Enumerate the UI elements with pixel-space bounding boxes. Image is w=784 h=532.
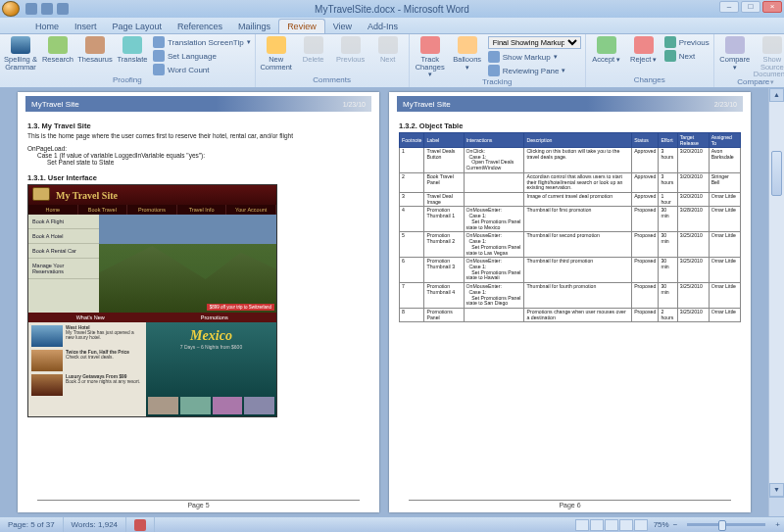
web-layout-view[interactable] [605,519,618,531]
mock-nav: HomeBook TravelPromotionsTravel InfoYour… [28,205,276,215]
balloons-button[interactable]: Balloons [451,36,484,71]
table-cell: Accordian control that allows users to s… [524,172,632,192]
tab-view[interactable]: View [325,20,360,33]
case-text: Case 1 (If value of variable LoggedInVar… [37,152,369,159]
research-button[interactable]: Research [41,36,74,64]
compare-button[interactable]: Compare [718,36,752,71]
page-number: Page 5 [37,500,360,508]
draft-view[interactable] [634,519,648,531]
mock-sidebar: Book A FlightBook A HotelBook A Rental C… [28,215,99,313]
minimize-button[interactable]: – [719,1,739,13]
office-button[interactable] [2,1,20,17]
proof-icon [134,519,146,531]
next-comment-button[interactable]: Next [371,36,405,64]
zoom-level[interactable]: 75% [654,520,669,529]
table-cell: 7 [400,283,424,309]
word-count-status[interactable]: Words: 1,924 [64,517,126,532]
tab-add-ins[interactable]: Add-Ins [360,20,406,33]
page-6: MyTravel Site2/23/10 1.3.2. Object Table… [389,92,751,512]
maximize-button[interactable]: □ [741,1,760,13]
table-cell: Image of current travel deal promotion [524,193,632,207]
tab-references[interactable]: References [170,20,230,33]
outline-view[interactable] [619,519,633,531]
scroll-down-button[interactable]: ▼ [769,483,784,497]
table-cell: Stringer Bell [709,172,740,192]
vertical-scrollbar[interactable]: ▲ ▼ [768,88,784,516]
tab-insert[interactable]: Insert [67,20,105,33]
scroll-up-button[interactable]: ▲ [769,88,784,102]
reject-button[interactable]: Reject [627,36,661,64]
close-button[interactable]: × [762,1,782,13]
thesaurus-button[interactable]: Thesaurus [78,36,112,64]
proof-status[interactable] [126,517,155,532]
table-cell: OnMouseEnter: Case 1: Set Promotions Pan… [464,232,524,258]
table-cell: 3/25/2010 [677,232,709,258]
table-cell: Proposed [632,207,659,232]
table-cell [464,193,524,207]
ribbon: Spelling & Grammar Research Thesaurus Tr… [0,34,784,88]
scroll-thumb[interactable] [771,151,782,196]
table-cell: 2 [400,172,424,192]
table-cell: Thumbnail for fourth promotion [524,283,632,309]
document-area: MyTravel Site1/23/10 1.3. My Travel Site… [0,88,768,516]
tab-review[interactable]: Review [278,19,325,33]
mock-title: My Travel Site [56,190,118,201]
word-count-button[interactable]: Word Count [153,64,251,75]
table-cell: Proposed [632,232,659,258]
table-cell: Proposed [632,258,659,283]
tab-mailings[interactable]: Mailings [230,20,278,33]
previous-comment-button[interactable]: Previous [334,36,368,64]
page-status[interactable]: Page: 5 of 37 [0,517,64,532]
show-source-button[interactable]: Show Source Documents [756,36,784,85]
mock-promo-panel: Mexico 7 Days – 6 Nights from $600 [146,322,276,416]
accept-button[interactable]: Accept [590,36,623,64]
tab-home[interactable]: Home [27,20,67,33]
table-cell: 3/28/2010 [677,207,709,232]
table-cell: 1 hour [659,193,677,207]
save-icon[interactable] [25,3,37,15]
translation-screentip-button[interactable]: Translation ScreenTip [153,36,251,48]
table-row: 3Travel Deal ImageImage of current trave… [400,193,741,207]
track-changes-button[interactable]: Track Changes [414,36,447,78]
zoom-out-button[interactable]: − [669,520,682,529]
table-cell: Thumbnail for second promotion [524,232,632,258]
redo-icon[interactable] [57,3,69,15]
view-buttons [575,519,648,531]
case-action: Set Panel state to State [47,159,369,166]
title-bar: MyTravelSite.docx - Microsoft Word – □ × [0,0,784,18]
table-cell: Omar Little [709,258,740,283]
table-cell: Approved [632,193,659,207]
zoom-slider[interactable] [687,523,765,526]
zoom-in-button[interactable]: + [771,520,784,529]
table-cell: Omar Little [709,283,740,309]
browse-object-control[interactable] [769,497,784,516]
reviewing-pane-button[interactable]: Reviewing Pane [488,65,581,76]
spelling-grammar-button[interactable]: Spelling & Grammar [4,36,37,71]
table-cell: 3/25/2010 [677,258,709,283]
show-markup-button[interactable]: Show Markup [488,51,581,63]
previous-change-button[interactable]: Previous [664,36,710,48]
undo-icon[interactable] [41,3,53,15]
tab-page-layout[interactable]: Page Layout [105,20,171,33]
delete-comment-button[interactable]: Delete [297,36,330,64]
table-cell: 30 min [659,283,677,309]
table-row: 8Promotions PanelPromotions change when … [400,308,741,321]
table-cell: 3/25/2010 [677,308,709,321]
page-number: Page 6 [409,500,731,508]
table-header: Assigned To [709,133,740,148]
table-cell: Approved [632,148,659,173]
new-comment-button[interactable]: New Comment [260,36,293,71]
globe-icon [153,36,165,48]
group-proofing: Spelling & Grammar Research Thesaurus Tr… [0,34,256,87]
page-header-title: MyTravel Site [31,100,79,109]
set-language-button[interactable]: Set Language [153,50,251,62]
display-for-review-select[interactable]: Final Showing Markup [488,36,581,49]
next-change-button[interactable]: Next [664,50,710,62]
print-layout-view[interactable] [575,519,589,531]
pane-icon [488,65,500,76]
full-screen-view[interactable] [590,519,604,531]
translate-button[interactable]: Translate [116,36,149,64]
table-cell: Proposed [632,308,659,321]
table-header: Target Release [677,133,709,148]
table-cell: 2 hours [659,308,677,321]
